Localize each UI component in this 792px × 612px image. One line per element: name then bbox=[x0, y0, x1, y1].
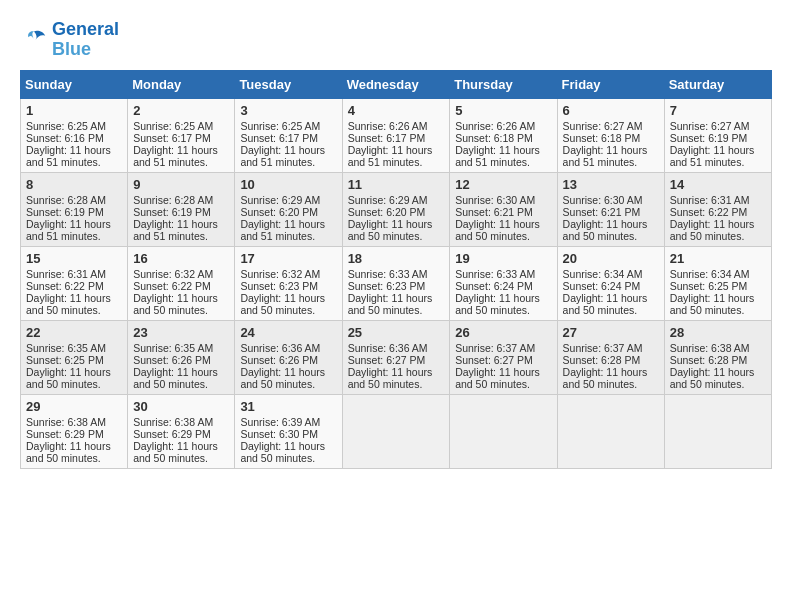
calendar-week-row: 8Sunrise: 6:28 AMSunset: 6:19 PMDaylight… bbox=[21, 172, 772, 246]
day-info-line: and 50 minutes. bbox=[26, 304, 122, 316]
logo-icon bbox=[20, 26, 48, 54]
day-info-line: Daylight: 11 hours bbox=[133, 366, 229, 378]
day-number: 30 bbox=[133, 399, 229, 414]
calendar-cell: 31Sunrise: 6:39 AMSunset: 6:30 PMDayligh… bbox=[235, 394, 342, 468]
day-info-line: Sunset: 6:23 PM bbox=[348, 280, 445, 292]
day-number: 25 bbox=[348, 325, 445, 340]
day-info-line: Sunset: 6:23 PM bbox=[240, 280, 336, 292]
day-number: 13 bbox=[563, 177, 659, 192]
day-info-line: Daylight: 11 hours bbox=[455, 218, 551, 230]
calendar-cell: 17Sunrise: 6:32 AMSunset: 6:23 PMDayligh… bbox=[235, 246, 342, 320]
weekday-header-row: SundayMondayTuesdayWednesdayThursdayFrid… bbox=[21, 70, 772, 98]
calendar-cell: 28Sunrise: 6:38 AMSunset: 6:28 PMDayligh… bbox=[664, 320, 771, 394]
day-info-line: Sunset: 6:22 PM bbox=[670, 206, 766, 218]
day-info-line: Sunset: 6:25 PM bbox=[670, 280, 766, 292]
day-number: 24 bbox=[240, 325, 336, 340]
calendar-cell: 1Sunrise: 6:25 AMSunset: 6:16 PMDaylight… bbox=[21, 98, 128, 172]
calendar-cell: 6Sunrise: 6:27 AMSunset: 6:18 PMDaylight… bbox=[557, 98, 664, 172]
day-info-line: Sunset: 6:28 PM bbox=[670, 354, 766, 366]
day-info-line: Sunrise: 6:32 AM bbox=[133, 268, 229, 280]
day-info-line: Sunset: 6:28 PM bbox=[563, 354, 659, 366]
day-info-line: Sunset: 6:19 PM bbox=[26, 206, 122, 218]
day-number: 8 bbox=[26, 177, 122, 192]
day-info-line: Sunrise: 6:29 AM bbox=[240, 194, 336, 206]
day-info-line: and 51 minutes. bbox=[240, 156, 336, 168]
day-info-line: Sunrise: 6:33 AM bbox=[348, 268, 445, 280]
day-info-line: and 50 minutes. bbox=[563, 378, 659, 390]
day-number: 6 bbox=[563, 103, 659, 118]
day-info-line: Sunset: 6:19 PM bbox=[670, 132, 766, 144]
day-info-line: Daylight: 11 hours bbox=[240, 440, 336, 452]
calendar-week-row: 1Sunrise: 6:25 AMSunset: 6:16 PMDaylight… bbox=[21, 98, 772, 172]
day-info-line: and 51 minutes. bbox=[240, 230, 336, 242]
day-info-line: Sunset: 6:17 PM bbox=[348, 132, 445, 144]
day-number: 5 bbox=[455, 103, 551, 118]
day-number: 22 bbox=[26, 325, 122, 340]
day-info-line: Sunset: 6:21 PM bbox=[563, 206, 659, 218]
day-info-line: and 50 minutes. bbox=[133, 452, 229, 464]
calendar-week-row: 15Sunrise: 6:31 AMSunset: 6:22 PMDayligh… bbox=[21, 246, 772, 320]
day-info-line: Daylight: 11 hours bbox=[348, 144, 445, 156]
day-info-line: and 50 minutes. bbox=[133, 304, 229, 316]
calendar-cell: 5Sunrise: 6:26 AMSunset: 6:18 PMDaylight… bbox=[450, 98, 557, 172]
calendar-cell: 19Sunrise: 6:33 AMSunset: 6:24 PMDayligh… bbox=[450, 246, 557, 320]
day-number: 10 bbox=[240, 177, 336, 192]
day-info-line: and 51 minutes. bbox=[670, 156, 766, 168]
day-info-line: and 50 minutes. bbox=[348, 230, 445, 242]
day-info-line: and 50 minutes. bbox=[240, 378, 336, 390]
day-info-line: and 51 minutes. bbox=[26, 156, 122, 168]
day-info-line: Sunset: 6:27 PM bbox=[455, 354, 551, 366]
day-info-line: Daylight: 11 hours bbox=[26, 218, 122, 230]
day-info-line: Sunset: 6:18 PM bbox=[563, 132, 659, 144]
day-info-line: Daylight: 11 hours bbox=[133, 292, 229, 304]
day-info-line: and 50 minutes. bbox=[670, 378, 766, 390]
day-info-line: and 51 minutes. bbox=[563, 156, 659, 168]
day-info-line: Sunrise: 6:25 AM bbox=[133, 120, 229, 132]
day-number: 18 bbox=[348, 251, 445, 266]
day-info-line: Sunrise: 6:25 AM bbox=[26, 120, 122, 132]
day-number: 20 bbox=[563, 251, 659, 266]
calendar-cell bbox=[342, 394, 450, 468]
calendar-cell: 11Sunrise: 6:29 AMSunset: 6:20 PMDayligh… bbox=[342, 172, 450, 246]
day-info-line: Daylight: 11 hours bbox=[240, 366, 336, 378]
day-info-line: Sunrise: 6:32 AM bbox=[240, 268, 336, 280]
day-info-line: Sunrise: 6:27 AM bbox=[670, 120, 766, 132]
day-number: 23 bbox=[133, 325, 229, 340]
day-info-line: Sunset: 6:27 PM bbox=[348, 354, 445, 366]
day-info-line: Daylight: 11 hours bbox=[133, 440, 229, 452]
day-info-line: Sunset: 6:21 PM bbox=[455, 206, 551, 218]
day-info-line: Sunset: 6:16 PM bbox=[26, 132, 122, 144]
calendar-cell bbox=[664, 394, 771, 468]
logo: General Blue bbox=[20, 20, 119, 60]
calendar-cell: 27Sunrise: 6:37 AMSunset: 6:28 PMDayligh… bbox=[557, 320, 664, 394]
day-info-line: and 50 minutes. bbox=[455, 378, 551, 390]
day-info-line: Daylight: 11 hours bbox=[670, 292, 766, 304]
day-info-line: Daylight: 11 hours bbox=[348, 218, 445, 230]
calendar-cell: 29Sunrise: 6:38 AMSunset: 6:29 PMDayligh… bbox=[21, 394, 128, 468]
day-info-line: Sunset: 6:29 PM bbox=[26, 428, 122, 440]
day-info-line: Sunset: 6:25 PM bbox=[26, 354, 122, 366]
day-info-line: Sunset: 6:24 PM bbox=[455, 280, 551, 292]
day-info-line: Daylight: 11 hours bbox=[670, 218, 766, 230]
day-number: 11 bbox=[348, 177, 445, 192]
calendar-week-row: 29Sunrise: 6:38 AMSunset: 6:29 PMDayligh… bbox=[21, 394, 772, 468]
day-info-line: and 51 minutes. bbox=[455, 156, 551, 168]
day-info-line: and 50 minutes. bbox=[563, 304, 659, 316]
day-info-line: Daylight: 11 hours bbox=[455, 144, 551, 156]
day-info-line: Sunrise: 6:26 AM bbox=[455, 120, 551, 132]
day-info-line: Sunset: 6:29 PM bbox=[133, 428, 229, 440]
day-info-line: Sunset: 6:20 PM bbox=[240, 206, 336, 218]
day-number: 26 bbox=[455, 325, 551, 340]
day-info-line: Daylight: 11 hours bbox=[563, 144, 659, 156]
day-info-line: Daylight: 11 hours bbox=[670, 366, 766, 378]
day-number: 16 bbox=[133, 251, 229, 266]
day-info-line: Sunrise: 6:31 AM bbox=[670, 194, 766, 206]
weekday-header-sunday: Sunday bbox=[21, 70, 128, 98]
day-info-line: Sunset: 6:22 PM bbox=[26, 280, 122, 292]
day-number: 29 bbox=[26, 399, 122, 414]
day-info-line: Sunrise: 6:28 AM bbox=[133, 194, 229, 206]
day-info-line: Sunset: 6:19 PM bbox=[133, 206, 229, 218]
calendar-cell: 10Sunrise: 6:29 AMSunset: 6:20 PMDayligh… bbox=[235, 172, 342, 246]
calendar-cell bbox=[450, 394, 557, 468]
day-info-line: and 50 minutes. bbox=[240, 452, 336, 464]
